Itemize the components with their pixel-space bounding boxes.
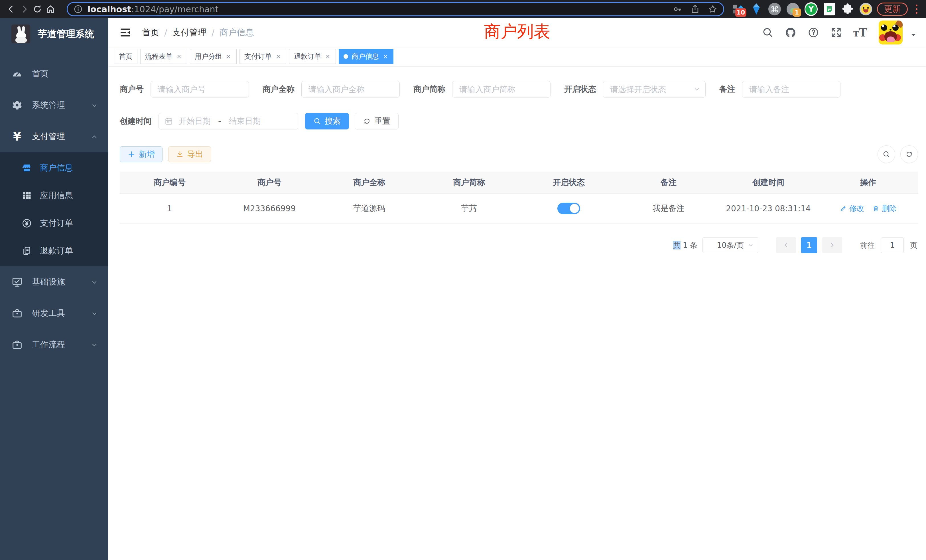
date-start-placeholder[interactable]: 开始日期 <box>179 116 211 127</box>
browser-update-button[interactable]: 更新 <box>877 3 908 16</box>
page-size-select[interactable]: 10条/页 <box>702 237 758 253</box>
page-info-icon[interactable] <box>73 4 83 14</box>
create-time-label: 创建时间 <box>120 116 152 127</box>
browser-menu-icon[interactable] <box>912 3 921 16</box>
header-search-icon[interactable] <box>762 27 773 38</box>
browser-home-button[interactable] <box>44 3 57 16</box>
column-header: 开启状态 <box>519 172 619 193</box>
sidebar-item-dev-tools[interactable]: 研发工具 <box>0 298 108 329</box>
password-key-icon[interactable] <box>673 4 682 14</box>
reset-button[interactable]: 重置 <box>355 113 399 129</box>
tab-merchant-info[interactable]: 商户信息 <box>339 49 393 64</box>
extension-icons: 10 1 Y <box>732 3 872 16</box>
breadcrumb-current: 商户信息 <box>219 27 254 38</box>
breadcrumb-pay[interactable]: 支付管理 <box>172 27 206 38</box>
browser-back-button[interactable] <box>5 3 18 16</box>
github-icon[interactable] <box>785 27 796 38</box>
extension-puzzle-icon[interactable] <box>841 3 854 16</box>
refresh-table-button[interactable] <box>900 145 918 163</box>
next-page-button[interactable] <box>822 237 842 253</box>
pay-submenu: 商户信息 应用信息 支付订单 <box>0 152 108 266</box>
url-text[interactable]: localhost:1024/pay/merchant <box>88 4 668 14</box>
page-content: 商户号 商户全称 商户简称 开启状态 <box>108 66 926 560</box>
sidebar-item-pay-order[interactable]: 支付订单 <box>0 209 108 237</box>
sidebar-item-app-info[interactable]: 应用信息 <box>0 182 108 209</box>
chevron-down-icon <box>91 310 98 317</box>
column-header: 商户全称 <box>319 172 419 193</box>
active-tab-dot <box>343 54 348 59</box>
extension-command-icon[interactable] <box>768 3 781 16</box>
close-icon[interactable] <box>225 53 232 60</box>
back-icon <box>6 4 16 14</box>
extension-notes-icon[interactable] <box>823 3 836 16</box>
sidebar-item-system[interactable]: 系统管理 <box>0 89 108 121</box>
status-toggle[interactable] <box>557 203 580 214</box>
dashboard-icon <box>11 68 23 80</box>
full-name-input[interactable] <box>301 81 400 97</box>
close-icon[interactable] <box>176 53 182 60</box>
column-header: 商户简称 <box>419 172 519 193</box>
bookmark-star-icon[interactable] <box>708 4 717 14</box>
short-name-label: 商户简称 <box>413 84 445 95</box>
edit-link[interactable]: 修改 <box>840 204 864 213</box>
add-button[interactable]: 新增 <box>120 146 162 162</box>
briefcase-icon <box>11 308 23 319</box>
help-icon[interactable] <box>808 27 819 38</box>
document-icon <box>22 246 32 256</box>
toggle-search-button[interactable] <box>878 145 895 163</box>
delete-link[interactable]: 删除 <box>872 204 897 213</box>
url-bar[interactable]: localhost:1024/pay/merchant <box>67 2 724 16</box>
page-number-1[interactable]: 1 <box>801 237 817 253</box>
sidebar-fold-icon[interactable] <box>120 27 131 38</box>
share-icon[interactable] <box>690 4 700 14</box>
refresh-icon <box>905 150 913 158</box>
tab-process-form[interactable]: 流程表单 <box>140 49 187 64</box>
sidebar-logo[interactable]: 芋道管理系统 <box>0 18 108 50</box>
cell-short-name: 芋艿 <box>419 194 519 223</box>
extension-status-icon[interactable]: 1 <box>786 3 799 16</box>
sidebar-item-label: 支付管理 <box>32 131 91 142</box>
close-icon[interactable] <box>325 53 331 60</box>
goto-page-input[interactable] <box>881 237 904 253</box>
remark-input[interactable] <box>742 81 840 97</box>
fullscreen-icon[interactable] <box>831 27 842 38</box>
sidebar-item-label: 支付订单 <box>40 218 73 229</box>
sidebar-item-workflow[interactable]: 工作流程 <box>0 329 108 360</box>
sidebar-item-merchant-info[interactable]: 商户信息 <box>0 154 108 182</box>
chevron-down-icon <box>91 278 98 286</box>
close-icon[interactable] <box>275 53 281 60</box>
close-icon[interactable] <box>382 53 389 60</box>
extension-emoji-icon[interactable] <box>859 3 872 16</box>
search-button[interactable]: 搜索 <box>305 113 349 129</box>
user-avatar[interactable] <box>879 21 903 44</box>
user-menu-caret-icon[interactable] <box>910 32 917 38</box>
cell-merchant-id: 1 <box>120 194 219 223</box>
breadcrumb-home[interactable]: 首页 <box>142 27 159 38</box>
sidebar-item-label: 系统管理 <box>32 100 91 111</box>
date-end-placeholder[interactable]: 结束日期 <box>229 116 261 127</box>
status-select[interactable] <box>603 81 706 97</box>
tab-home[interactable]: 首页 <box>114 49 138 64</box>
sidebar-item-pay[interactable]: ¥ 支付管理 <box>0 121 108 152</box>
export-button[interactable]: 导出 <box>168 146 211 162</box>
tab-pay-order[interactable]: 支付订单 <box>239 49 286 64</box>
create-time-range-picker[interactable]: 开始日期 - 结束日期 <box>159 113 298 129</box>
sidebar-item-infra[interactable]: 基础设施 <box>0 266 108 298</box>
extension-balloon-icon[interactable] <box>750 3 763 16</box>
sidebar: 芋道管理系统 首页 系统管理 ¥ 支付管 <box>0 18 108 560</box>
sidebar-item-home[interactable]: 首页 <box>0 58 108 89</box>
prev-page-button[interactable] <box>776 237 796 253</box>
merchant-table: 商户编号 商户号 商户全称 商户简称 开启状态 备注 创建时间 操作 1 M23… <box>120 172 918 224</box>
extension-y-icon[interactable]: Y <box>805 3 818 16</box>
tab-label: 支付订单 <box>244 52 272 61</box>
short-name-input[interactable] <box>452 81 551 97</box>
extension-tabs-icon[interactable]: 10 <box>732 3 745 16</box>
merchant-no-input[interactable] <box>151 81 249 97</box>
tab-refund-order[interactable]: 退款订单 <box>289 49 336 64</box>
sidebar-item-label: 商户信息 <box>40 162 73 174</box>
sidebar-item-refund-order[interactable]: 退款订单 <box>0 237 108 265</box>
browser-forward-button[interactable] <box>18 3 31 16</box>
browser-reload-button[interactable] <box>31 3 44 16</box>
tab-user-group[interactable]: 用户分组 <box>190 49 237 64</box>
font-size-icon[interactable]: TT <box>853 27 867 38</box>
